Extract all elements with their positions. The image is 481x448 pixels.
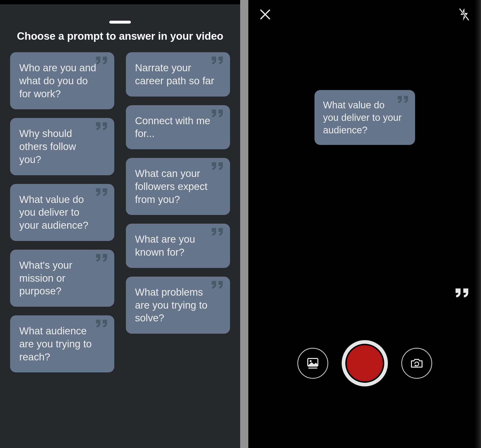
camera-flip-icon bbox=[410, 357, 423, 369]
prompt-card[interactable]: What are you known for? bbox=[126, 224, 230, 268]
prompt-text: What can your followers expect from you? bbox=[135, 168, 207, 205]
prompt-text: What are you known for? bbox=[135, 234, 195, 258]
quote-icon bbox=[96, 253, 109, 263]
camera-top-bar bbox=[248, 6, 481, 23]
prompt-card[interactable]: What audience are you trying to reach? bbox=[10, 315, 114, 372]
prompt-text: Why should others follow you? bbox=[19, 128, 76, 165]
prompt-card[interactable]: Narrate your career path so far bbox=[126, 52, 230, 97]
close-button[interactable] bbox=[256, 6, 274, 23]
quote-icon bbox=[96, 188, 109, 197]
prompt-text: Narrate your career path so far bbox=[135, 62, 214, 86]
quote-icon bbox=[96, 56, 109, 66]
quote-icon bbox=[211, 228, 224, 237]
quote-icon bbox=[211, 162, 224, 171]
prompt-chooser-panel: Choose a prompt to answer in your video … bbox=[0, 0, 240, 448]
quote-icon bbox=[211, 281, 224, 290]
quote-icon bbox=[455, 288, 470, 299]
quote-icon bbox=[96, 319, 109, 329]
camera-controls bbox=[248, 340, 481, 386]
prompt-text: What problems are you trying to solve? bbox=[135, 287, 207, 324]
quote-icon bbox=[211, 56, 224, 66]
flip-camera-button[interactable] bbox=[401, 348, 432, 379]
prompt-card[interactable]: What problems are you trying to solve? bbox=[126, 277, 230, 334]
sheet-grabber-area[interactable] bbox=[0, 4, 240, 29]
prompt-text: What audience are you trying to reach? bbox=[19, 325, 92, 363]
prompt-text: Connect with me for... bbox=[135, 115, 210, 139]
prompt-card[interactable]: Why should others follow you? bbox=[10, 118, 114, 175]
close-icon bbox=[259, 9, 271, 20]
prompt-text: What's your mission or purpose? bbox=[19, 259, 72, 297]
selected-prompt-bubble[interactable]: What value do you de­liver to your audie… bbox=[315, 90, 415, 145]
prompt-text: Who are you and what do you do for work? bbox=[19, 62, 96, 99]
status-bar-gap bbox=[0, 0, 240, 4]
pane-divider bbox=[240, 0, 248, 448]
selected-prompt-text: What value do you de­liver to your audie… bbox=[323, 100, 402, 135]
prompt-card[interactable]: Who are you and what do you do for work? bbox=[10, 52, 114, 109]
quote-icon bbox=[397, 95, 409, 105]
prompt-text: What value do you deliver to your audien… bbox=[19, 194, 88, 231]
camera-panel: What value do you de­liver to your audie… bbox=[248, 0, 481, 448]
gallery-button[interactable] bbox=[297, 348, 328, 379]
prompt-column-b: Narrate your career path so far Connect … bbox=[126, 52, 230, 334]
prompt-card[interactable]: What's your mission or purpose? bbox=[10, 250, 114, 307]
quote-icon bbox=[96, 122, 109, 131]
flash-off-icon bbox=[458, 8, 470, 21]
open-prompts-button[interactable] bbox=[455, 288, 470, 299]
prompt-card[interactable]: Connect with me for... bbox=[126, 105, 230, 150]
prompt-grid: Who are you and what do you do for work?… bbox=[0, 52, 240, 372]
svg-point-6 bbox=[310, 360, 312, 362]
record-indicator-icon bbox=[345, 344, 384, 383]
record-button[interactable] bbox=[342, 340, 388, 386]
gallery-icon bbox=[306, 357, 319, 369]
sheet-title: Choose a prompt to answer in your video bbox=[0, 29, 240, 52]
quote-icon bbox=[211, 109, 224, 119]
prompt-card[interactable]: What can your followers expect from you? bbox=[126, 158, 230, 215]
prompt-card[interactable]: What value do you deliver to your audien… bbox=[10, 184, 114, 241]
drag-handle-icon[interactable] bbox=[109, 21, 131, 23]
flash-toggle-button[interactable] bbox=[456, 6, 473, 23]
prompt-column-a: Who are you and what do you do for work?… bbox=[10, 52, 114, 372]
